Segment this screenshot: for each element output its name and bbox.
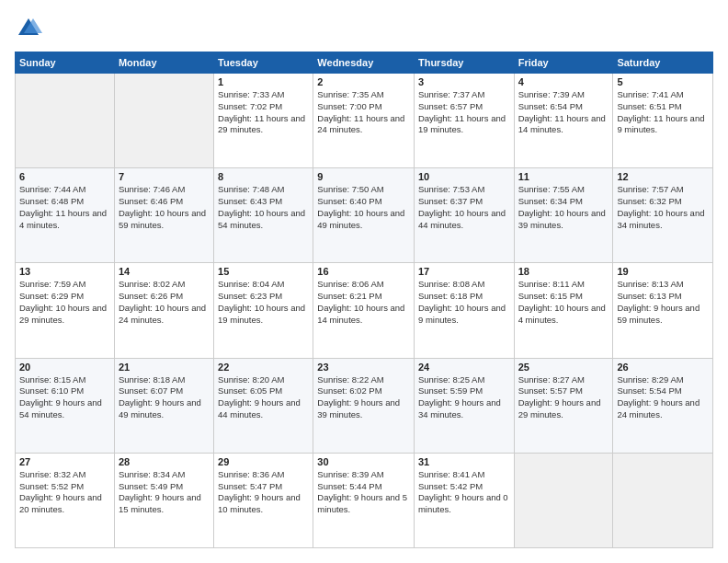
calendar-cell: 30Sunrise: 8:39 AMSunset: 5:44 PMDayligh…: [313, 453, 415, 547]
calendar-cell: 3Sunrise: 7:37 AMSunset: 6:57 PMDaylight…: [414, 74, 514, 168]
calendar-cell: 13Sunrise: 7:59 AMSunset: 6:29 PMDayligh…: [16, 263, 115, 358]
day-info: Sunrise: 7:35 AMSunset: 7:00 PMDaylight:…: [317, 89, 410, 136]
day-number: 9: [317, 171, 410, 182]
calendar-cell: 1Sunrise: 7:33 AMSunset: 7:02 PMDaylight…: [214, 74, 313, 168]
day-number: 14: [119, 266, 210, 277]
day-info: Sunrise: 7:53 AMSunset: 6:37 PMDaylight:…: [418, 184, 510, 231]
day-info: Sunrise: 8:36 AMSunset: 5:47 PMDaylight:…: [218, 469, 309, 516]
day-info: Sunrise: 8:22 AMSunset: 6:02 PMDaylight:…: [317, 374, 410, 421]
calendar-header-thursday: Thursday: [414, 52, 514, 74]
calendar-week-row: 20Sunrise: 8:15 AMSunset: 6:10 PMDayligh…: [16, 358, 713, 453]
day-info: Sunrise: 8:06 AMSunset: 6:21 PMDaylight:…: [317, 279, 410, 326]
day-number: 13: [19, 266, 110, 277]
calendar-cell: 22Sunrise: 8:20 AMSunset: 6:05 PMDayligh…: [214, 358, 313, 453]
calendar-cell: 16Sunrise: 8:06 AMSunset: 6:21 PMDayligh…: [313, 263, 415, 358]
day-info: Sunrise: 7:44 AMSunset: 6:48 PMDaylight:…: [19, 184, 110, 231]
calendar-cell: 15Sunrise: 8:04 AMSunset: 6:23 PMDayligh…: [214, 263, 313, 358]
day-info: Sunrise: 7:59 AMSunset: 6:29 PMDaylight:…: [19, 279, 110, 326]
calendar-cell: 9Sunrise: 7:50 AMSunset: 6:40 PMDaylight…: [313, 168, 415, 263]
calendar-cell: 26Sunrise: 8:29 AMSunset: 5:54 PMDayligh…: [613, 358, 713, 453]
day-number: 31: [418, 456, 510, 467]
calendar-week-row: 1Sunrise: 7:33 AMSunset: 7:02 PMDaylight…: [16, 74, 713, 168]
calendar-cell: [16, 74, 115, 168]
calendar-table: SundayMondayTuesdayWednesdayThursdayFrid…: [15, 52, 713, 548]
header: [15, 15, 713, 42]
day-info: Sunrise: 8:15 AMSunset: 6:10 PMDaylight:…: [19, 374, 110, 421]
calendar-cell: 10Sunrise: 7:53 AMSunset: 6:37 PMDayligh…: [414, 168, 514, 263]
calendar-cell: [613, 453, 713, 547]
calendar-cell: 20Sunrise: 8:15 AMSunset: 6:10 PMDayligh…: [16, 358, 115, 453]
calendar-cell: 23Sunrise: 8:22 AMSunset: 6:02 PMDayligh…: [313, 358, 415, 453]
day-info: Sunrise: 8:39 AMSunset: 5:44 PMDaylight:…: [317, 469, 410, 516]
page: SundayMondayTuesdayWednesdayThursdayFrid…: [0, 0, 728, 563]
calendar-header-monday: Monday: [114, 52, 213, 74]
day-info: Sunrise: 7:39 AMSunset: 6:54 PMDaylight:…: [518, 89, 609, 136]
day-info: Sunrise: 8:34 AMSunset: 5:49 PMDaylight:…: [119, 469, 210, 516]
day-info: Sunrise: 7:46 AMSunset: 6:46 PMDaylight:…: [119, 184, 210, 231]
day-number: 18: [518, 266, 609, 277]
day-number: 28: [119, 456, 210, 467]
day-info: Sunrise: 8:13 AMSunset: 6:13 PMDaylight:…: [617, 279, 709, 326]
day-number: 19: [617, 266, 709, 277]
calendar-cell: 8Sunrise: 7:48 AMSunset: 6:43 PMDaylight…: [214, 168, 313, 263]
calendar-cell: 11Sunrise: 7:55 AMSunset: 6:34 PMDayligh…: [514, 168, 613, 263]
day-number: 1: [218, 76, 309, 87]
day-info: Sunrise: 8:20 AMSunset: 6:05 PMDaylight:…: [218, 374, 309, 421]
day-number: 8: [218, 171, 309, 182]
calendar-cell: 4Sunrise: 7:39 AMSunset: 6:54 PMDaylight…: [514, 74, 613, 168]
calendar-cell: 18Sunrise: 8:11 AMSunset: 6:15 PMDayligh…: [514, 263, 613, 358]
calendar-cell: 28Sunrise: 8:34 AMSunset: 5:49 PMDayligh…: [114, 453, 213, 547]
day-number: 20: [19, 362, 110, 373]
calendar-header-friday: Friday: [514, 52, 613, 74]
calendar-header-saturday: Saturday: [613, 52, 713, 74]
day-info: Sunrise: 8:18 AMSunset: 6:07 PMDaylight:…: [119, 374, 210, 421]
calendar-cell: 19Sunrise: 8:13 AMSunset: 6:13 PMDayligh…: [613, 263, 713, 358]
calendar-cell: 6Sunrise: 7:44 AMSunset: 6:48 PMDaylight…: [16, 168, 115, 263]
day-info: Sunrise: 7:33 AMSunset: 7:02 PMDaylight:…: [218, 89, 309, 136]
day-number: 15: [218, 266, 309, 277]
calendar-week-row: 6Sunrise: 7:44 AMSunset: 6:48 PMDaylight…: [16, 168, 713, 263]
calendar-cell: 24Sunrise: 8:25 AMSunset: 5:59 PMDayligh…: [414, 358, 514, 453]
day-info: Sunrise: 8:25 AMSunset: 5:59 PMDaylight:…: [418, 374, 510, 421]
day-info: Sunrise: 8:32 AMSunset: 5:52 PMDaylight:…: [19, 469, 110, 516]
day-number: 25: [518, 362, 609, 373]
day-number: 24: [418, 362, 510, 373]
logo: [15, 15, 46, 42]
day-number: 16: [317, 266, 410, 277]
day-info: Sunrise: 8:08 AMSunset: 6:18 PMDaylight:…: [418, 279, 510, 326]
day-info: Sunrise: 8:27 AMSunset: 5:57 PMDaylight:…: [518, 374, 609, 421]
calendar-header-row: SundayMondayTuesdayWednesdayThursdayFrid…: [16, 52, 713, 74]
calendar-cell: 25Sunrise: 8:27 AMSunset: 5:57 PMDayligh…: [514, 358, 613, 453]
calendar-cell: 14Sunrise: 8:02 AMSunset: 6:26 PMDayligh…: [114, 263, 213, 358]
day-info: Sunrise: 7:48 AMSunset: 6:43 PMDaylight:…: [218, 184, 309, 231]
calendar-cell: 5Sunrise: 7:41 AMSunset: 6:51 PMDaylight…: [613, 74, 713, 168]
day-info: Sunrise: 7:55 AMSunset: 6:34 PMDaylight:…: [518, 184, 609, 231]
calendar-cell: 7Sunrise: 7:46 AMSunset: 6:46 PMDaylight…: [114, 168, 213, 263]
calendar-header-wednesday: Wednesday: [313, 52, 415, 74]
day-info: Sunrise: 7:37 AMSunset: 6:57 PMDaylight:…: [418, 89, 510, 136]
day-number: 11: [518, 171, 609, 182]
day-info: Sunrise: 8:04 AMSunset: 6:23 PMDaylight:…: [218, 279, 309, 326]
calendar-week-row: 27Sunrise: 8:32 AMSunset: 5:52 PMDayligh…: [16, 453, 713, 547]
day-number: 29: [218, 456, 309, 467]
day-number: 4: [518, 76, 609, 87]
day-info: Sunrise: 8:41 AMSunset: 5:42 PMDaylight:…: [418, 469, 510, 516]
day-number: 22: [218, 362, 309, 373]
day-info: Sunrise: 8:29 AMSunset: 5:54 PMDaylight:…: [617, 374, 709, 421]
day-number: 17: [418, 266, 510, 277]
calendar-cell: [514, 453, 613, 547]
calendar-cell: 12Sunrise: 7:57 AMSunset: 6:32 PMDayligh…: [613, 168, 713, 263]
day-number: 5: [617, 76, 709, 87]
calendar-week-row: 13Sunrise: 7:59 AMSunset: 6:29 PMDayligh…: [16, 263, 713, 358]
day-number: 12: [617, 171, 709, 182]
day-number: 10: [418, 171, 510, 182]
calendar-cell: 17Sunrise: 8:08 AMSunset: 6:18 PMDayligh…: [414, 263, 514, 358]
calendar-cell: 29Sunrise: 8:36 AMSunset: 5:47 PMDayligh…: [214, 453, 313, 547]
calendar-cell: 31Sunrise: 8:41 AMSunset: 5:42 PMDayligh…: [414, 453, 514, 547]
day-number: 26: [617, 362, 709, 373]
day-number: 30: [317, 456, 410, 467]
calendar-cell: 27Sunrise: 8:32 AMSunset: 5:52 PMDayligh…: [16, 453, 115, 547]
day-number: 6: [19, 171, 110, 182]
day-info: Sunrise: 7:41 AMSunset: 6:51 PMDaylight:…: [617, 89, 709, 136]
logo-icon: [15, 15, 42, 42]
